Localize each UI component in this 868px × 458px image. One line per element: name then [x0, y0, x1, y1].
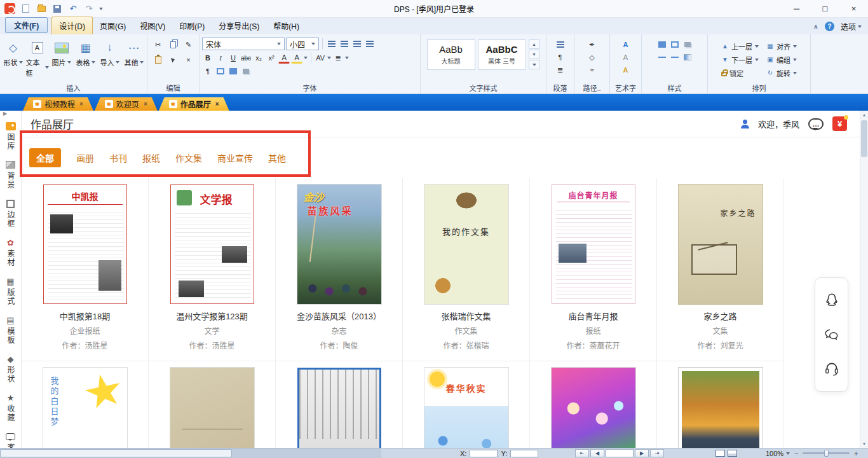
superscript-button[interactable]: x² — [266, 52, 277, 64]
doc-tab-welcome[interactable]: ✱ 欢迎页 × — [95, 97, 158, 111]
copy-button[interactable] — [166, 39, 180, 50]
work-title[interactable]: 张楷瑞作文集 — [403, 310, 529, 322]
line-spacing-button[interactable]: ≣ — [332, 52, 344, 64]
sidebar-item-favorites[interactable]: ★ 收藏 — [5, 392, 16, 422]
customer-service-headset-icon[interactable] — [822, 359, 841, 378]
insert-shape-button[interactable]: ◇ 形状 — [2, 38, 25, 78]
font-color-button[interactable]: A — [278, 52, 290, 64]
line-style-button[interactable] — [656, 52, 668, 63]
dash-style-button[interactable] — [669, 52, 681, 63]
send-backward-button[interactable]: ▼下一层 — [721, 53, 759, 66]
zoom-out-button[interactable]: − — [792, 450, 800, 457]
work-title[interactable]: 金沙苗族风采（2013） — [276, 310, 402, 322]
filter-essay-collections[interactable]: 作文集 — [175, 151, 202, 164]
align-justify-button[interactable] — [364, 38, 376, 50]
work-cover-thumbnail[interactable] — [170, 368, 254, 448]
align-center-button[interactable] — [339, 38, 350, 50]
filter-newspapers[interactable]: 报纸 — [142, 151, 160, 164]
feedback-chat-icon[interactable]: … — [808, 118, 824, 130]
gallery-card[interactable] — [657, 361, 784, 448]
y-coordinate-input[interactable] — [510, 450, 538, 457]
sidebar-item-layout[interactable]: ▦ 版式 — [5, 276, 16, 306]
wordart-style-1-button[interactable]: A — [620, 39, 632, 50]
work-title[interactable]: 庙台青年月报 — [530, 310, 656, 322]
work-cover-thumbnail[interactable]: 我的白日梦 — [43, 368, 127, 448]
zoom-in-button[interactable]: + — [852, 450, 860, 457]
previous-page-button[interactable]: ◀ — [590, 449, 604, 457]
scrollbar-thumb[interactable] — [861, 120, 867, 157]
single-page-view-icon[interactable] — [715, 450, 725, 457]
open-file-icon[interactable] — [36, 3, 47, 15]
gallery-card[interactable]: 金沙苗族风采 金沙苗族风采（2013） 杂志 作者：陶俊 — [276, 178, 403, 361]
filter-other[interactable]: 其他 — [268, 151, 286, 164]
cut-button[interactable]: ✂ — [151, 39, 165, 50]
zoom-slider-thumb[interactable] — [824, 450, 829, 457]
work-cover-thumbnail[interactable]: 中凯报 — [43, 184, 127, 304]
select-button[interactable] — [166, 54, 180, 66]
curve-tool-button[interactable]: ≈ — [587, 64, 598, 76]
gallery-card[interactable]: 我的白日梦 — [22, 361, 149, 448]
work-cover-thumbnail[interactable]: 文学报 — [170, 184, 254, 304]
collapse-ribbon-icon[interactable]: ∧ — [813, 23, 818, 30]
panel-expand-toggle[interactable]: ▶ — [0, 111, 10, 116]
spread-view-icon[interactable] — [728, 450, 737, 457]
style-scroll-up-button[interactable]: ▲ — [529, 39, 540, 49]
wordart-style-2-button[interactable]: A — [620, 52, 632, 63]
clear-button[interactable]: × — [182, 54, 196, 66]
insert-image-button[interactable]: 图片 — [50, 38, 73, 78]
align-left-button[interactable] — [326, 38, 337, 50]
wechat-icon[interactable] — [822, 325, 841, 344]
work-cover-thumbnail[interactable] — [679, 368, 763, 448]
shape-shadow-button[interactable] — [682, 39, 693, 50]
filter-all[interactable]: 全部 — [29, 148, 61, 167]
gallery-card[interactable]: 春华秋实 — [403, 361, 530, 448]
customize-toolbar-caret-icon[interactable] — [99, 8, 103, 10]
gallery-card[interactable]: 中凯报 中凯报第18期 企业报纸 作者：汤胜星 — [22, 178, 149, 361]
insert-other-button[interactable]: ⋯ 其他 — [123, 38, 146, 78]
text-style-preset-2[interactable]: AaBbC 黑体 三号 — [478, 39, 526, 70]
shape-outline-button[interactable] — [669, 39, 681, 50]
horizontal-scrollbar-thumb[interactable] — [0, 449, 232, 457]
close-button[interactable]: × — [839, 0, 868, 17]
text-fill-button[interactable] — [227, 66, 239, 77]
sidebar-item-gallery[interactable]: 图库 — [5, 121, 16, 151]
maximize-button[interactable]: □ — [811, 0, 839, 17]
bold-button[interactable]: B — [202, 52, 214, 64]
doc-tab-video-tutorial[interactable]: ✱ 视频教程 × — [23, 97, 93, 111]
zoom-slider[interactable] — [803, 452, 850, 454]
work-cover-thumbnail[interactable] — [297, 368, 381, 448]
work-cover-thumbnail[interactable]: 春华秋实 — [424, 368, 508, 448]
wordart-style-3-button[interactable]: A — [620, 64, 632, 76]
sidebar-item-material[interactable]: ✿ 素材 — [5, 237, 16, 267]
insert-import-button[interactable]: ↓ 导入 — [98, 38, 121, 78]
horizontal-scrollbar[interactable] — [0, 448, 381, 458]
first-page-button[interactable]: ⇤ — [575, 449, 589, 457]
gallery-card[interactable] — [149, 361, 276, 448]
work-cover-thumbnail[interactable]: 家乡之路 — [679, 184, 763, 304]
new-document-icon[interactable] — [20, 3, 31, 15]
subscript-button[interactable]: x₂ — [253, 52, 264, 64]
insert-textbox-button[interactable]: A 文本框 — [26, 38, 49, 78]
rotate-button[interactable]: ↻旋转 — [766, 67, 797, 79]
tab-view[interactable]: 视图(V) — [133, 17, 172, 34]
tab-share-export[interactable]: 分享导出(S) — [212, 17, 266, 34]
gradient-style-button[interactable] — [682, 52, 693, 63]
help-icon[interactable]: ? — [825, 22, 834, 31]
align-right-button[interactable] — [351, 38, 363, 50]
gallery-card[interactable]: 我的作文集 张楷瑞作文集 作文集 作者：张楷瑞 — [403, 178, 530, 361]
options-button[interactable]: 选项 — [841, 21, 862, 32]
lock-button[interactable]: 锁定 — [721, 67, 759, 79]
character-spacing-button[interactable]: AV — [315, 52, 326, 64]
tab-design[interactable]: 设计(D) — [51, 17, 93, 34]
work-cover-thumbnail[interactable]: 庙台青年月报 — [552, 184, 635, 304]
underline-button[interactable]: U — [227, 52, 239, 64]
strikethrough-button[interactable]: abc — [240, 52, 252, 64]
paragraph-settings-button[interactable]: ≣ — [555, 64, 566, 76]
tab-page[interactable]: 页面(G) — [93, 17, 133, 34]
zoom-level-text[interactable]: 100% — [766, 450, 783, 457]
filter-albums[interactable]: 画册 — [76, 151, 94, 164]
gallery-card[interactable] — [276, 361, 403, 448]
filter-commercial[interactable]: 商业宣传 — [217, 151, 253, 164]
gallery-card[interactable] — [530, 361, 657, 448]
gallery-card[interactable]: 庙台青年月报 庙台青年月报 报纸 作者：荼蘼花开 — [530, 178, 657, 361]
